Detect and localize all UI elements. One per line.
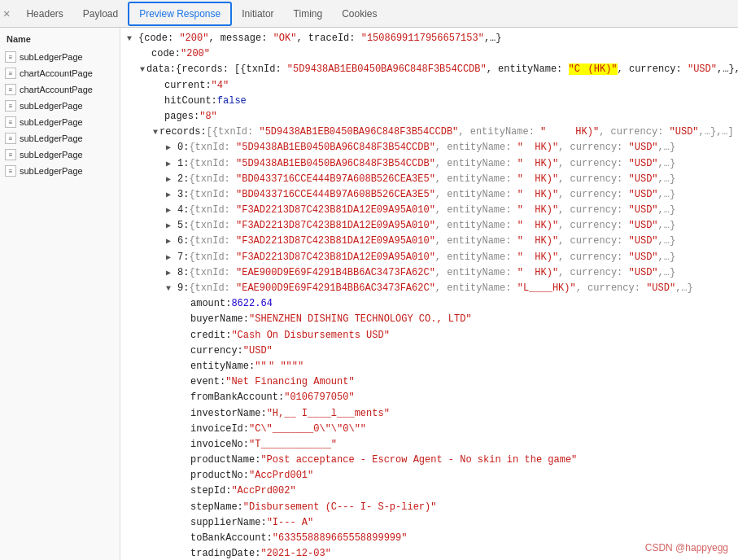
sidebar-item-5[interactable]: ≡ subLedgerPage [0, 130, 120, 147]
json-credit: credit: "Cash On Disbursements USD" [127, 328, 731, 343]
sidebar-item-7[interactable]: ≡ subLedgerPage [0, 163, 120, 179]
rec2-text: {txnId: "BD0433716CCE444B97A608B526CEA3E… [189, 172, 675, 187]
sidebar-item-label-3: subLedgerPage [20, 101, 83, 111]
key-rec9: 9: [177, 281, 189, 296]
rec8-text: {txnId: "EAE900D9E69F4291B4BB6AC3473FA62… [189, 265, 675, 281]
json-entityname: entityName: "" " """" [127, 359, 731, 374]
records-summary-text: [{txnId: "5D9438AB1EB0450BA96C848F3B54CC… [207, 125, 734, 140]
toggle-rec8[interactable] [166, 267, 176, 280]
json-tradingdate: tradingDate: "2021-12-03" [127, 546, 731, 560]
watermark: CSDN @happyegg [645, 542, 728, 553]
json-record-2: 2: {txnId: "BD0433716CCE444B97A608B526CE… [127, 172, 731, 187]
file-icon-4: ≡ [5, 116, 16, 128]
toggle-rec9[interactable] [166, 282, 176, 295]
json-productno: productNo: "AccPrd001" [127, 468, 731, 483]
val-code: "200" [181, 46, 210, 62]
toggle-rec4[interactable] [166, 204, 176, 217]
json-root-line: {code: "200", message: "OK", traceId: "1… [127, 31, 731, 46]
json-record-6: 6: {txnId: "F3AD2213D87C423B81DA12E09A95… [127, 234, 731, 249]
json-record-5: 5: {txnId: "F3AD2213D87C423B81DA12E09A95… [127, 218, 731, 234]
json-stepid: stepId: "AccPrd002" [127, 483, 731, 499]
key-rec4: 4: [177, 203, 189, 218]
toggle-rec0[interactable] [166, 142, 176, 155]
rec4-text: {txnId: "F3AD2213D87C423B81DA12E09A95A01… [189, 203, 675, 218]
json-amount: amount: 8622.64 [127, 296, 731, 312]
tab-payload[interactable]: Payload [73, 3, 128, 24]
toggle-rec7[interactable] [166, 252, 176, 265]
sidebar-item-label-5: subLedgerPage [20, 133, 83, 143]
json-invoiceno: invoiceNo: "T____________" [127, 437, 731, 453]
rec6-text: {txnId: "F3AD2213D87C423B81DA12E09A95A01… [189, 234, 675, 249]
toggle-records[interactable] [153, 126, 158, 139]
json-hitcount-line: hitCount: false [127, 94, 731, 109]
close-icon[interactable]: ✕ [3, 7, 10, 20]
key-code: code: [151, 46, 181, 62]
key-records: records: [159, 125, 207, 140]
json-frombankaccount: fromBankAccount: "0106797050" [127, 390, 731, 405]
key-rec6: 6: [177, 234, 189, 249]
toggle-root[interactable] [127, 33, 137, 46]
main-area: Name ≡ subLedgerPage ≡ chartAccountPage … [0, 28, 738, 560]
sidebar-item-6[interactable]: ≡ subLedgerPage [0, 147, 120, 163]
rec9-text: {txnId: "EAE900D9E69F4291B4BB6AC3473FA62… [189, 281, 692, 296]
sidebar-header: Name [0, 31, 120, 49]
toggle-rec2[interactable] [166, 173, 176, 186]
toggle-rec5[interactable] [166, 220, 176, 233]
toggle-rec6[interactable] [166, 235, 176, 248]
sidebar: Name ≡ subLedgerPage ≡ chartAccountPage … [0, 28, 120, 560]
key-rec8: 8: [177, 265, 189, 281]
sidebar-item-label-6: subLedgerPage [20, 150, 83, 160]
json-record-1: 1: {txnId: "5D9438AB1EB0450BA96C848F3B54… [127, 156, 731, 172]
sidebar-item-label-7: subLedgerPage [20, 166, 83, 176]
sidebar-item-2[interactable]: ≡ chartAccountPage [0, 81, 120, 98]
key-data: data: [146, 62, 176, 77]
json-currency: currency: "USD" [127, 343, 731, 359]
json-buyername: buyerName: "SHENZHEN DISHING TECHNOLOGY … [127, 312, 731, 327]
json-record-7: 7: {txnId: "F3AD2213D87C423B81DA12E09A95… [127, 250, 731, 265]
tab-preview-response[interactable]: Preview Response [128, 2, 232, 26]
tab-cookies[interactable]: Cookies [332, 3, 386, 24]
json-pages-line: pages: "8" [127, 109, 731, 125]
val-current: "4" [212, 78, 229, 94]
json-data-line: data: {records: [{txnId: "5D9438AB1EB045… [127, 62, 731, 77]
toggle-rec1[interactable] [166, 158, 176, 171]
key-rec7: 7: [177, 250, 189, 265]
tab-initiator[interactable]: Initiator [232, 3, 283, 24]
json-records-summary: records: [{txnId: "5D9438AB1EB0450BA96C8… [127, 125, 731, 140]
key-pages: pages: [164, 109, 199, 125]
json-root-text: {code: "200", message: "OK", traceId: "1… [138, 31, 502, 46]
tab-timing[interactable]: Timing [284, 3, 333, 24]
json-content: {code: "200", message: "OK", traceId: "1… [120, 28, 738, 560]
toggle-data[interactable] [140, 63, 145, 77]
file-icon: ≡ [5, 51, 16, 63]
json-suppliername: supplierName: "I--- A" [127, 515, 731, 531]
json-current-line: current: "4" [127, 78, 731, 94]
json-stepname: stepName: "Disbursement (C--- I- S-p-lie… [127, 500, 731, 515]
key-rec5: 5: [177, 218, 189, 234]
json-invoiceid: invoiceId: "C\"_______0\"\"0\"" [127, 422, 731, 437]
tab-bar: ✕ Headers Payload Preview Response Initi… [0, 0, 738, 28]
sidebar-item-label-1: chartAccountPage [20, 68, 93, 78]
sidebar-item-3[interactable]: ≡ subLedgerPage [0, 98, 120, 114]
json-record-0: 0: {txnId: "5D9438AB1EB0450BA96C848F3B54… [127, 140, 731, 155]
rec5-text: {txnId: "F3AD2213D87C423B81DA12E09A95A01… [189, 218, 675, 234]
sidebar-item-4[interactable]: ≡ subLedgerPage [0, 114, 120, 130]
rec7-text: {txnId: "F3AD2213D87C423B81DA12E09A95A01… [189, 250, 675, 265]
toggle-rec3[interactable] [166, 189, 176, 202]
key-rec1: 1: [177, 156, 189, 172]
file-icon-2: ≡ [5, 84, 16, 95]
json-record-4: 4: {txnId: "F3AD2213D87C423B81DA12E09A95… [127, 203, 731, 218]
json-productname: productName: "Post acceptance - Escrow A… [127, 453, 731, 468]
tab-headers[interactable]: Headers [16, 3, 72, 24]
sidebar-item-0[interactable]: ≡ subLedgerPage [0, 49, 120, 65]
val-hitcount: false [217, 94, 247, 109]
json-investorname: investorName: "H,__ I____l___ments" [127, 406, 731, 422]
sidebar-item-label-0: subLedgerPage [20, 52, 83, 62]
sidebar-item-label-2: chartAccountPage [20, 85, 93, 94]
file-icon-3: ≡ [5, 100, 16, 112]
sidebar-item-1[interactable]: ≡ chartAccountPage [0, 65, 120, 81]
key-rec0: 0: [177, 140, 189, 155]
json-record-3: 3: {txnId: "BD0433716CCE444B97A608B526CE… [127, 187, 731, 203]
key-hitcount: hitCount: [164, 94, 217, 109]
json-record-9: 9: {txnId: "EAE900D9E69F4291B4BB6AC3473F… [127, 281, 731, 296]
